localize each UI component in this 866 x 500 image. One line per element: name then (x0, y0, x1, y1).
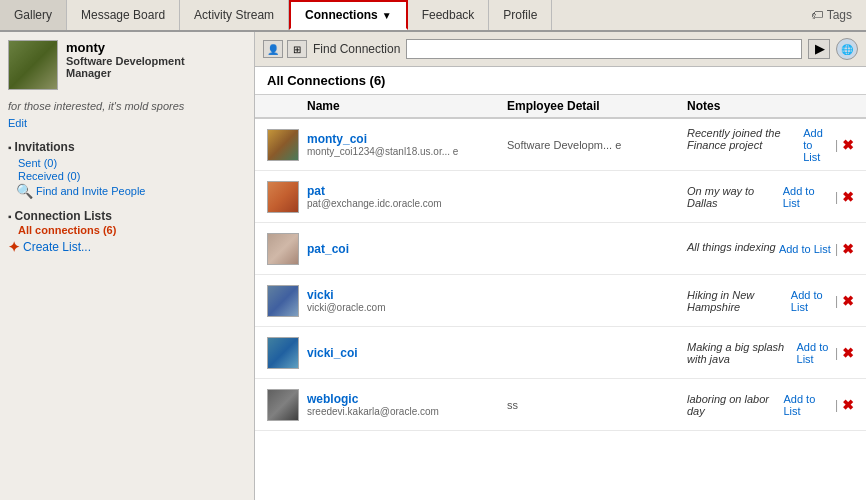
notes: Recently joined the Finance project (687, 127, 803, 151)
employee-detail: ss (507, 399, 687, 411)
delete-button[interactable]: ✖ (842, 397, 854, 413)
col-employee-detail: Employee Detail (507, 99, 687, 113)
add-to-list-button[interactable]: Add to List (803, 127, 831, 163)
user-details: monty Software Development Manager (66, 40, 246, 90)
edit-link[interactable]: Edit (8, 117, 27, 129)
create-list-icon: ✦ (8, 239, 20, 255)
connection-lists-section: ▪ Connection Lists All connections (6) ✦… (8, 209, 246, 255)
find-person-icon-btn[interactable]: 👤 (263, 40, 283, 58)
invitations-section: ▪ Invitations Sent (0) Received (0) 🔍 Fi… (8, 140, 246, 199)
connection-email: monty_coi1234@stanl18.us.or... e (307, 146, 507, 157)
tab-activity-stream[interactable]: Activity Stream (180, 0, 289, 30)
table-row: pat_coi All things indexing Add to List … (255, 223, 866, 275)
connections-count-header: All Connections (6) (255, 67, 866, 95)
connection-name-link[interactable]: vicki (307, 288, 507, 302)
actions-col: Add to List | ✖ (791, 289, 854, 313)
find-and-invite-row: 🔍 Find and Invite People (16, 183, 246, 199)
avatar (8, 40, 58, 90)
user-title-line1: Software Development (66, 55, 246, 67)
main-layout: monty Software Development Manager for t… (0, 32, 866, 500)
add-to-list-button[interactable]: Add to List (783, 393, 830, 417)
name-col: weblogic sreedevi.kakarla@oracle.com (307, 392, 507, 417)
tab-connections[interactable]: Connections ▼ (289, 0, 408, 30)
user-bio: for those interested, it's mold spores (8, 100, 246, 112)
notes: All things indexing (687, 241, 776, 253)
table-row: weblogic sreedevi.kakarla@oracle.com ss … (255, 379, 866, 431)
notes: Making a big splash with java (687, 341, 797, 365)
table-row: vicki_coi Making a big splash with java … (255, 327, 866, 379)
actions-col: Add to List | ✖ (783, 185, 854, 209)
user-info: monty Software Development Manager (8, 40, 246, 90)
name-col: vicki vicki@oracle.com (307, 288, 507, 313)
tags-button[interactable]: 🏷 Tags (797, 0, 866, 30)
connection-lists-header: ▪ Connection Lists (8, 209, 246, 223)
tag-icon: 🏷 (811, 8, 823, 22)
actions-col: Add to List | ✖ (803, 127, 854, 163)
all-connections-link[interactable]: All connections (6) (18, 224, 246, 236)
find-connection-input[interactable] (406, 39, 802, 59)
user-title-line2: Manager (66, 67, 246, 79)
avatar (267, 285, 299, 317)
add-to-list-button[interactable]: Add to List (779, 243, 831, 255)
connections-dropdown-arrow[interactable]: ▼ (382, 10, 392, 21)
delete-button[interactable]: ✖ (842, 137, 854, 153)
find-connection-label: Find Connection (313, 42, 400, 56)
col-name: Name (307, 99, 507, 113)
delete-button[interactable]: ✖ (842, 241, 854, 257)
add-to-list-button[interactable]: Add to List (791, 289, 831, 313)
actions-col: Add to List | ✖ (779, 241, 854, 257)
find-and-invite-link[interactable]: Find and Invite People (36, 185, 145, 197)
connection-email: sreedevi.kakarla@oracle.com (307, 406, 507, 417)
avatar (267, 181, 299, 213)
tab-profile[interactable]: Profile (489, 0, 552, 30)
notes: Hiking in New Hampshire (687, 289, 791, 313)
find-connection-bar: 👤 ⊞ Find Connection ▶ 🌐 (255, 32, 866, 67)
table-row: vicki vicki@oracle.com Hiking in New Ham… (255, 275, 866, 327)
avatar (267, 233, 299, 265)
tab-feedback[interactable]: Feedback (408, 0, 490, 30)
connection-name-link[interactable]: pat_coi (307, 242, 507, 256)
create-list-btn[interactable]: ✦ Create List... (8, 239, 246, 255)
employee-detail: Software Developm... e (507, 139, 687, 151)
avatar (267, 389, 299, 421)
actions-col: Add to List | ✖ (797, 341, 854, 365)
top-navigation: Gallery Message Board Activity Stream Co… (0, 0, 866, 32)
col-notes: Notes (687, 99, 854, 113)
sent-link[interactable]: Sent (0) (18, 157, 246, 169)
tab-gallery[interactable]: Gallery (0, 0, 67, 30)
delete-button[interactable]: ✖ (842, 293, 854, 309)
add-to-list-button[interactable]: Add to List (783, 185, 831, 209)
name-col: pat_coi (307, 242, 507, 256)
name-col: vicki_coi (307, 346, 507, 360)
find-grid-icon-btn[interactable]: ⊞ (287, 40, 307, 58)
find-go-button[interactable]: ▶ (808, 39, 830, 59)
avatar (267, 129, 299, 161)
find-bar-icons: 👤 ⊞ (263, 40, 307, 58)
connection-name-link[interactable]: monty_coi (307, 132, 507, 146)
connection-email: vicki@oracle.com (307, 302, 507, 313)
avatar (267, 337, 299, 369)
name-col: pat pat@exchange.idc.oracle.com (307, 184, 507, 209)
sidebar: monty Software Development Manager for t… (0, 32, 255, 500)
received-link[interactable]: Received (0) (18, 170, 246, 182)
notes: On my way to Dallas (687, 185, 783, 209)
table-row: pat pat@exchange.idc.oracle.com On my wa… (255, 171, 866, 223)
connection-name-link[interactable]: pat (307, 184, 507, 198)
add-to-list-button[interactable]: Add to List (797, 341, 831, 365)
delete-button[interactable]: ✖ (842, 345, 854, 361)
name-col: monty_coi monty_coi1234@stanl18.us.or...… (307, 132, 507, 157)
table-row: monty_coi monty_coi1234@stanl18.us.or...… (255, 119, 866, 171)
user-name: monty (66, 40, 246, 55)
invitations-header: ▪ Invitations (8, 140, 246, 154)
delete-button[interactable]: ✖ (842, 189, 854, 205)
find-invite-icon: 🔍 (16, 183, 33, 199)
connection-email: pat@exchange.idc.oracle.com (307, 198, 507, 209)
content-area: 👤 ⊞ Find Connection ▶ 🌐 All Connections … (255, 32, 866, 500)
column-headers: Name Employee Detail Notes (255, 95, 866, 119)
tab-message-board[interactable]: Message Board (67, 0, 180, 30)
connection-name-link[interactable]: weblogic (307, 392, 507, 406)
globe-icon[interactable]: 🌐 (836, 38, 858, 60)
actions-col: Add to List | ✖ (783, 393, 854, 417)
notes: laboring on labor day (687, 393, 783, 417)
connection-name-link[interactable]: vicki_coi (307, 346, 507, 360)
